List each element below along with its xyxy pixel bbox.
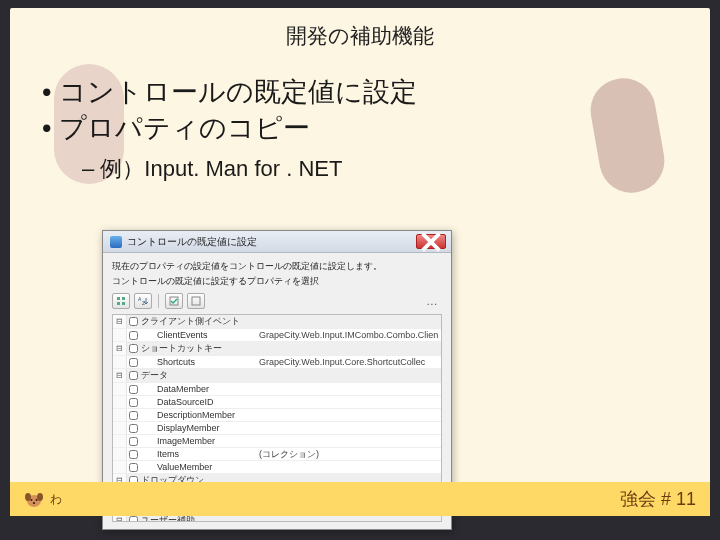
bullet-1-text: コントロールの既定値に設定 [59, 77, 417, 107]
property-name: ImageMember [139, 436, 255, 446]
dialog-desc2: コントロールの既定値に設定するプロパティを選択 [112, 275, 442, 288]
property-name: ClientEvents [139, 330, 255, 340]
property-row[interactable]: ImageMember [113, 435, 441, 448]
bullet-2: • プロパティのコピー [42, 110, 678, 146]
category-row[interactable]: ⊟ショートカットキー [113, 342, 441, 356]
slide-title: 開発の補助機能 [10, 8, 710, 50]
svg-point-9 [25, 493, 31, 501]
property-row[interactable]: DisplayMember [113, 422, 441, 435]
svg-rect-0 [117, 297, 120, 300]
spacer [113, 422, 127, 434]
spacer [113, 435, 127, 447]
property-checkbox[interactable] [127, 409, 139, 421]
spacer [113, 409, 127, 421]
property-checkbox[interactable] [127, 435, 139, 447]
sub-bullet: – 例）Input. Man for . NET [42, 146, 678, 184]
dog-icon [24, 490, 44, 508]
svg-point-10 [37, 493, 43, 501]
property-row[interactable]: ShortcutsGrapeCity.Web.Input.Core.Shortc… [113, 356, 441, 369]
check-all-button[interactable] [165, 293, 183, 309]
dialog-title: コントロールの既定値に設定 [110, 235, 257, 249]
property-row[interactable]: DataSourceID [113, 396, 441, 409]
property-name: DataMember [139, 384, 255, 394]
category-checkbox[interactable] [127, 315, 139, 328]
property-row[interactable]: Items(コレクション) [113, 448, 441, 461]
property-row[interactable]: ClientEventsGrapeCity.Web.Input.IMCombo.… [113, 329, 441, 342]
property-name: DisplayMember [139, 423, 255, 433]
close-button[interactable] [416, 234, 446, 249]
sort-az-button[interactable]: AZ [134, 293, 152, 309]
property-name: DataSourceID [139, 397, 255, 407]
category-checkbox[interactable] [127, 369, 139, 382]
property-checkbox[interactable] [127, 329, 139, 341]
svg-rect-2 [117, 302, 120, 305]
dialog-titlebar[interactable]: コントロールの既定値に設定 [103, 231, 451, 253]
expand-icon[interactable]: ⊟ [113, 369, 127, 382]
categorize-button[interactable] [112, 293, 130, 309]
svg-point-12 [36, 499, 38, 501]
svg-rect-3 [122, 302, 125, 305]
dialog-title-text: コントロールの既定値に設定 [127, 235, 257, 249]
property-row[interactable]: DataMember [113, 383, 441, 396]
separator [158, 294, 159, 308]
property-name: ValueMember [139, 462, 255, 472]
category-label: ショートカットキー [139, 342, 255, 355]
property-name: DescriptionMember [139, 410, 255, 420]
bullet-1: • コントロールの既定値に設定 [42, 74, 678, 110]
spacer [113, 396, 127, 408]
dialog-desc1: 現在のプロパティの設定値をコントロールの既定値に設定します。 [112, 260, 442, 273]
toolbar: AZ ... [112, 293, 442, 309]
category-label: クライアント側イベント [139, 315, 255, 328]
footer-right: 強会 # 11 [620, 487, 696, 511]
property-row[interactable]: DescriptionMember [113, 409, 441, 422]
spacer [113, 448, 127, 460]
footer-left: わ [24, 490, 62, 508]
property-checkbox[interactable] [127, 461, 139, 473]
slide: 開発の補助機能 • コントロールの既定値に設定 • プロパティのコピー – 例）… [10, 8, 710, 516]
slide-footer: わ 強会 # 11 [10, 482, 710, 516]
property-value: GrapeCity.Web.Input.Core.ShortcutCollec [255, 357, 441, 367]
property-checkbox[interactable] [127, 422, 139, 434]
expand-icon[interactable]: ⊟ [113, 342, 127, 355]
svg-rect-7 [192, 297, 200, 305]
svg-point-11 [31, 499, 33, 501]
category-row[interactable]: ⊟クライアント側イベント [113, 315, 441, 329]
spacer [113, 329, 127, 341]
expand-icon[interactable]: ⊟ [113, 315, 127, 328]
category-checkbox[interactable] [127, 342, 139, 355]
svg-rect-1 [122, 297, 125, 300]
bullet-list: • コントロールの既定値に設定 • プロパティのコピー – 例）Input. M… [10, 50, 710, 184]
close-icon [417, 228, 445, 256]
footer-left-text: わ [50, 491, 62, 508]
svg-point-13 [33, 502, 35, 504]
etc-label: ... [427, 296, 442, 307]
spacer [113, 461, 127, 473]
property-name: Items [139, 449, 255, 459]
property-value: (コレクション) [255, 448, 441, 461]
bullet-2-text: プロパティのコピー [59, 113, 310, 143]
property-row[interactable]: ValueMember [113, 461, 441, 474]
spacer [113, 383, 127, 395]
uncheck-all-button[interactable] [187, 293, 205, 309]
property-value: GrapeCity.Web.Input.IMCombo.Combo.Clien [255, 330, 441, 340]
spacer [113, 356, 127, 368]
property-checkbox[interactable] [127, 356, 139, 368]
category-label: データ [139, 369, 255, 382]
property-checkbox[interactable] [127, 383, 139, 395]
category-row[interactable]: ⊟データ [113, 369, 441, 383]
property-checkbox[interactable] [127, 448, 139, 460]
property-name: Shortcuts [139, 357, 255, 367]
property-checkbox[interactable] [127, 396, 139, 408]
app-icon [110, 236, 122, 248]
